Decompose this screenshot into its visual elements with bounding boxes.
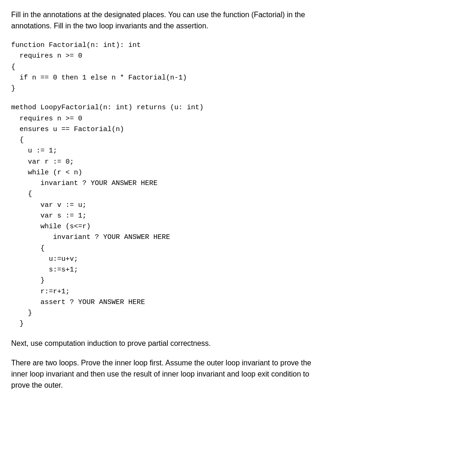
next-section-text: Next, use computation induction to prove… — [11, 339, 211, 347]
loopy-factorial-code: method LoopyFactorial(n: int) returns (u… — [11, 102, 444, 329]
intro-line1: Fill in the annotations at the designate… — [11, 11, 305, 19]
intro-paragraph: Fill in the annotations at the designate… — [11, 9, 444, 32]
loops-line1: There are two loops. Prove the inner loo… — [11, 359, 311, 367]
next-section-paragraph: Next, use computation induction to prove… — [11, 338, 444, 349]
loops-line2: inner loop invariant and then use the re… — [11, 370, 309, 378]
factorial-function-code: function Factorial(n: int): int requires… — [11, 40, 444, 94]
loops-line3: prove the outer. — [11, 381, 63, 389]
loops-section-paragraph: There are two loops. Prove the inner loo… — [11, 357, 444, 391]
intro-line2: annotations. Fill in the two loop invari… — [11, 22, 208, 30]
